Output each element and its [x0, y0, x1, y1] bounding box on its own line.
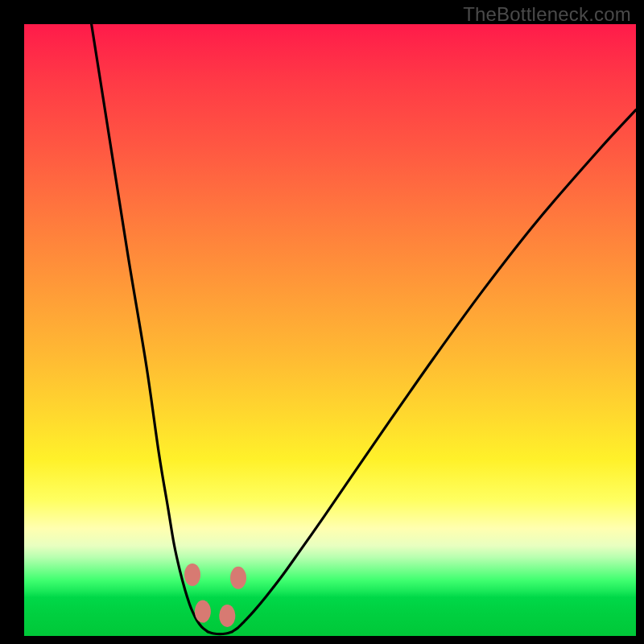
curve-layer [24, 24, 636, 636]
marker-left-upper [184, 564, 200, 586]
marker-right-lower [219, 605, 235, 627]
watermark-text: TheBottleneck.com [463, 3, 631, 26]
marker-right-upper [230, 567, 246, 589]
marker-left-lower [195, 601, 211, 623]
chart-frame: TheBottleneck.com [0, 0, 644, 644]
curve-markers [184, 564, 246, 627]
bottleneck-curve [92, 24, 636, 634]
plot-area [24, 24, 636, 636]
